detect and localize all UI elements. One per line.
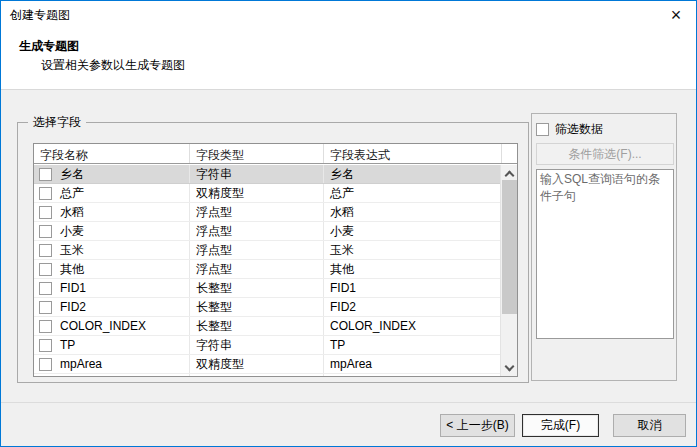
row-checkbox-icon[interactable] <box>39 225 52 238</box>
table-row[interactable]: 总产 双精度型 总产 <box>34 184 500 203</box>
cell-field-name: COLOR_INDEX <box>60 319 146 333</box>
cell-field-type: 双精度型 <box>190 184 324 202</box>
cell-field-name: 总产 <box>60 185 84 202</box>
cell-field-expression: COLOR_INDEX <box>324 317 500 335</box>
table-row[interactable]: 其他 浮点型 其他 <box>34 260 500 279</box>
row-checkbox-icon[interactable] <box>39 168 52 181</box>
table-body: 乡名 字符串 乡名 总产 双精度型 总产 水稻 浮点型 水稻 小麦 浮点型 小麦… <box>34 165 500 376</box>
cell-field-name: 小麦 <box>60 223 84 240</box>
table-row[interactable]: 小麦 浮点型 小麦 <box>34 222 500 241</box>
cell-field-type: 浮点型 <box>190 203 324 221</box>
cell-field-name: 其他 <box>60 261 84 278</box>
condition-filter-button[interactable]: 条件筛选(F)... <box>536 143 674 165</box>
window-title: 创建专题图 <box>10 7 70 24</box>
checkbox-icon[interactable] <box>536 123 549 136</box>
scrollbar-thumb[interactable] <box>502 180 517 314</box>
cell-field-expression: 乡名 <box>324 165 500 183</box>
row-checkbox-icon[interactable] <box>39 263 52 276</box>
cell-field-name: 水稻 <box>60 204 84 221</box>
finish-button[interactable]: 完成(F) <box>522 414 599 437</box>
cell-field-expression: FID1 <box>324 279 500 297</box>
cell-field-type: 浮点型 <box>190 260 324 278</box>
fields-table-header: 字段名称 字段类型 字段表达式 <box>34 144 517 164</box>
cancel-button[interactable]: 取消 <box>613 414 686 437</box>
filter-data-frame: 筛选数据 条件筛选(F)... 输入SQL查询语句的条件子句 <box>531 113 677 381</box>
cell-field-name: FID2 <box>60 300 86 314</box>
cell-field-expression: TP <box>324 336 500 354</box>
table-row[interactable]: COLOR_INDEX 长整型 COLOR_INDEX <box>34 317 500 336</box>
back-button[interactable]: < 上一步(B) <box>440 414 515 437</box>
row-checkbox-icon[interactable] <box>39 244 52 257</box>
row-checkbox-icon[interactable] <box>39 339 52 352</box>
cell-field-type: 浮点型 <box>190 222 324 240</box>
table-row[interactable]: mpArea 双精度型 mpArea <box>34 355 500 374</box>
table-row[interactable] <box>34 374 500 376</box>
cell-field-name: 玉米 <box>60 242 84 259</box>
row-checkbox-icon[interactable] <box>39 301 52 314</box>
footer-separator <box>1 402 696 403</box>
table-row[interactable]: 水稻 浮点型 水稻 <box>34 203 500 222</box>
cell-field-expression: 玉米 <box>324 241 500 259</box>
cell-field-expression: FID2 <box>324 298 500 316</box>
cell-field-name: mpArea <box>60 357 102 371</box>
row-checkbox-icon[interactable] <box>39 282 52 295</box>
page-title: 生成专题图 <box>19 38 79 55</box>
cell-field-expression: mpArea <box>324 355 500 373</box>
create-thematic-map-dialog: 创建专题图 × 生成专题图 设置相关参数以生成专题图 选择字段 字段名称 字段类… <box>0 0 697 447</box>
cell-field-name: TP <box>60 338 75 352</box>
cell-field-type: 双精度型 <box>190 355 324 373</box>
sql-condition-input[interactable]: 输入SQL查询语句的条件子句 <box>536 169 674 339</box>
close-icon[interactable]: × <box>662 3 690 27</box>
table-row[interactable]: TP 字符串 TP <box>34 336 500 355</box>
cell-field-type <box>190 374 324 376</box>
scroll-down-button[interactable] <box>501 360 517 376</box>
select-fields-group-label: 选择字段 <box>28 114 86 131</box>
vertical-scrollbar[interactable] <box>500 165 517 376</box>
column-header-field-name[interactable]: 字段名称 <box>34 144 190 163</box>
filter-data-checkbox[interactable]: 筛选数据 <box>536 121 603 138</box>
table-row[interactable]: 乡名 字符串 乡名 <box>34 165 500 184</box>
fields-table: 字段名称 字段类型 字段表达式 乡名 字符串 乡名 总产 双精度型 总产 水稻 … <box>33 143 518 377</box>
row-checkbox-icon[interactable] <box>39 320 52 333</box>
table-row[interactable]: FID1 长整型 FID1 <box>34 279 500 298</box>
chevron-up-icon <box>504 170 514 180</box>
cell-field-type: 长整型 <box>190 279 324 297</box>
cell-field-name: 乡名 <box>60 166 84 183</box>
table-row[interactable]: 玉米 浮点型 玉米 <box>34 241 500 260</box>
row-checkbox-icon[interactable] <box>39 206 52 219</box>
filter-data-checkbox-label: 筛选数据 <box>555 121 603 138</box>
cell-field-type: 长整型 <box>190 298 324 316</box>
page-subtitle: 设置相关参数以生成专题图 <box>41 57 185 74</box>
cell-field-type: 长整型 <box>190 317 324 335</box>
cell-field-type: 字符串 <box>190 336 324 354</box>
column-header-field-expression[interactable]: 字段表达式 <box>324 144 502 163</box>
chevron-down-icon <box>504 361 514 371</box>
cell-field-name: FID1 <box>60 281 86 295</box>
dialog-body: 选择字段 字段名称 字段类型 字段表达式 乡名 字符串 乡名 总产 双精度型 总… <box>1 90 696 446</box>
cell-field-expression: 总产 <box>324 184 500 202</box>
cell-field-expression: 小麦 <box>324 222 500 240</box>
table-row[interactable]: FID2 长整型 FID2 <box>34 298 500 317</box>
column-header-filler <box>502 144 517 163</box>
scroll-up-button[interactable] <box>501 165 517 181</box>
cell-field-type: 浮点型 <box>190 241 324 259</box>
cell-field-type: 字符串 <box>190 165 324 183</box>
column-header-field-type[interactable]: 字段类型 <box>190 144 324 163</box>
row-checkbox-icon[interactable] <box>39 187 52 200</box>
cell-field-expression: 水稻 <box>324 203 500 221</box>
row-checkbox-icon[interactable] <box>39 358 52 371</box>
cell-field-expression: 其他 <box>324 260 500 278</box>
cell-field-expression <box>324 374 500 376</box>
